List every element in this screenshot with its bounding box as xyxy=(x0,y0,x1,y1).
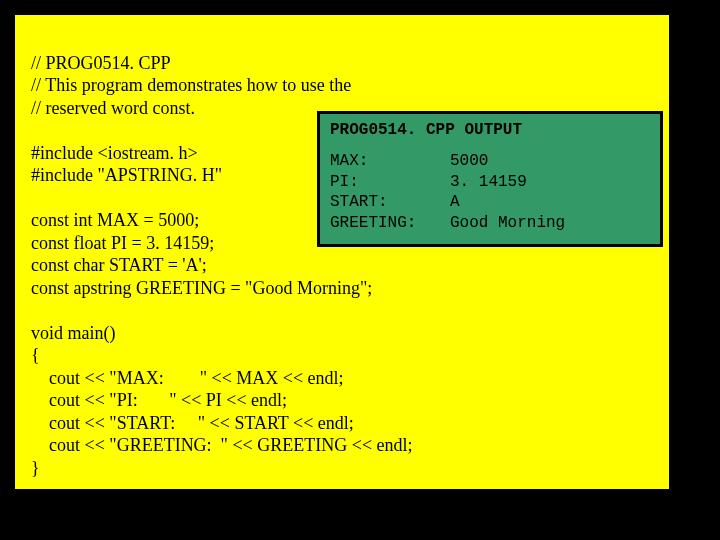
code-line: { xyxy=(31,345,40,365)
code-line: // reserved word const. xyxy=(31,98,195,118)
code-line: // PROG0514. CPP xyxy=(31,53,171,73)
slide-container: // PROG0514. CPP // This program demonst… xyxy=(12,12,672,492)
output-value: 3. 14159 xyxy=(450,172,527,193)
output-panel: PROG0514. CPP OUTPUT MAX: 5000 PI: 3. 14… xyxy=(317,111,663,247)
output-label: GREETING: xyxy=(330,213,450,234)
code-line: cout << "START: " << START << endl; xyxy=(31,413,354,433)
code-line: cout << "GREETING: " << GREETING << endl… xyxy=(31,435,413,455)
output-row: PI: 3. 14159 xyxy=(330,172,650,193)
code-line: const apstring GREETING = "Good Morning"… xyxy=(31,278,372,298)
code-line: const char START = 'A'; xyxy=(31,255,207,275)
code-line: // This program demonstrates how to use … xyxy=(31,75,351,95)
code-line: const int MAX = 5000; xyxy=(31,210,199,230)
code-line: #include <iostream. h> xyxy=(31,143,198,163)
code-line: cout << "PI: " << PI << endl; xyxy=(31,390,287,410)
output-value: 5000 xyxy=(450,151,488,172)
output-title: PROG0514. CPP OUTPUT xyxy=(330,120,650,141)
output-label: MAX: xyxy=(330,151,450,172)
output-row: MAX: 5000 xyxy=(330,151,650,172)
code-line: #include "APSTRING. H" xyxy=(31,165,222,185)
output-row: GREETING: Good Morning xyxy=(330,213,650,234)
output-value: Good Morning xyxy=(450,213,565,234)
code-line: } xyxy=(31,458,40,478)
code-line: void main() xyxy=(31,323,115,343)
output-value: A xyxy=(450,192,460,213)
output-label: PI: xyxy=(330,172,450,193)
output-row: START: A xyxy=(330,192,650,213)
output-label: START: xyxy=(330,192,450,213)
source-code: // PROG0514. CPP // This program demonst… xyxy=(31,29,653,502)
code-line: cout << "MAX: " << MAX << endl; xyxy=(31,368,344,388)
code-line: const float PI = 3. 14159; xyxy=(31,233,214,253)
